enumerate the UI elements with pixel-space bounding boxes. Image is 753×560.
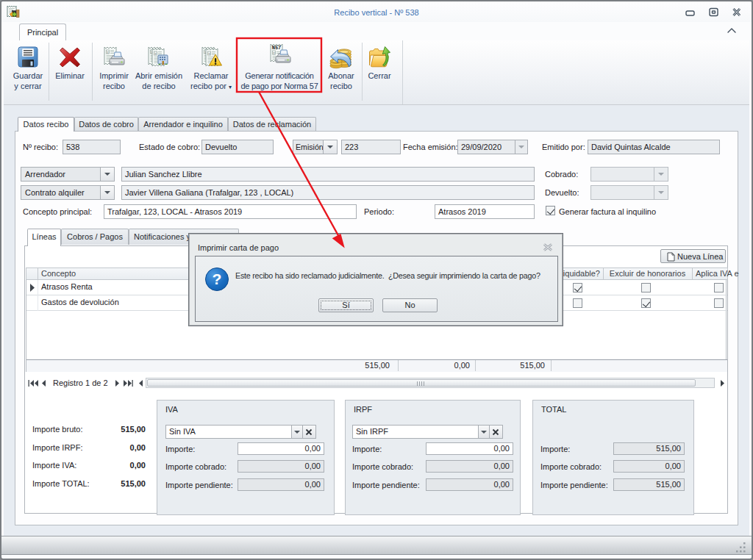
svg-text:?: ? [213, 270, 222, 287]
